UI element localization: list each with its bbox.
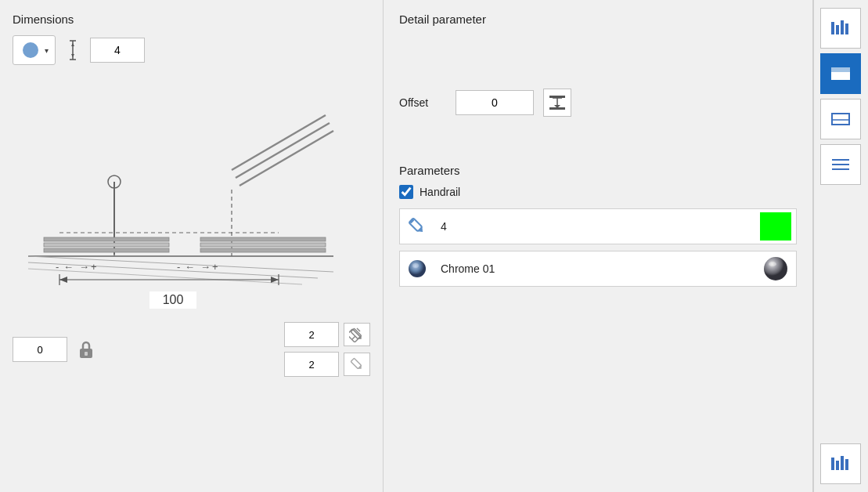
- param1-color-swatch: [760, 212, 791, 241]
- param1-value: 4: [436, 219, 754, 234]
- lock-icon: [74, 337, 99, 362]
- handrail-row: Handrail: [399, 185, 797, 199]
- svg-rect-74: [845, 459, 848, 470]
- svg-marker-54: [418, 227, 425, 234]
- svg-rect-25: [200, 248, 326, 252]
- pencil-param-icon: [406, 215, 428, 237]
- params-section: Parameters Handrail 4: [399, 164, 797, 287]
- diagram-area: 100 - ← → + -: [13, 76, 349, 311]
- svg-rect-62: [841, 20, 844, 34]
- svg-rect-27: [200, 237, 326, 241]
- handrail-label: Handrail: [420, 186, 460, 198]
- offset-row: Offset: [399, 89, 797, 117]
- main-container: Dimensions ▾: [0, 0, 868, 492]
- svg-rect-71: [831, 458, 834, 470]
- svg-text:+: +: [91, 261, 97, 273]
- svg-rect-66: [832, 114, 849, 125]
- fill-rect-icon: [828, 61, 853, 86]
- bars-top-icon: [828, 16, 853, 41]
- shape-selector[interactable]: ▾: [13, 35, 56, 65]
- toolbar-btn-bars-top[interactable]: [820, 8, 861, 49]
- edit-row-top: [284, 322, 370, 347]
- offset-value-input[interactable]: [456, 90, 534, 115]
- edit-row-bottom: [284, 352, 370, 377]
- toolbar-btn-bars-bottom[interactable]: [820, 443, 861, 484]
- svg-rect-63: [845, 24, 848, 34]
- svg-text:+: +: [212, 261, 218, 273]
- dimensions-title: Dimensions: [13, 13, 370, 26]
- toolbar-row: ▾: [13, 35, 370, 65]
- detail-title: Detail parameter: [399, 13, 797, 26]
- middle-panel: Detail parameter Offset Parameters: [384, 0, 813, 492]
- svg-marker-5: [71, 54, 74, 57]
- toolbar-btn-box[interactable]: [820, 99, 861, 139]
- svg-rect-40: [85, 352, 88, 356]
- svg-line-29: [236, 123, 330, 178]
- svg-rect-72: [836, 461, 839, 470]
- circle-shape-icon: [20, 39, 41, 61]
- detail-section: Detail parameter Offset: [399, 13, 797, 117]
- left-panel: Dimensions ▾: [0, 0, 384, 492]
- svg-marker-16: [59, 277, 67, 283]
- svg-point-56: [409, 260, 426, 277]
- svg-line-7: [28, 256, 333, 272]
- param2-icon: [405, 256, 430, 281]
- bottom-inputs: [13, 322, 370, 377]
- svg-point-59: [769, 262, 776, 266]
- right-bottom-input[interactable]: [284, 352, 339, 377]
- toolbar-btn-lines[interactable]: [820, 144, 861, 185]
- bars-bottom-icon: [828, 451, 853, 476]
- svg-text:→: →: [200, 261, 211, 273]
- offset-label: Offset: [399, 96, 446, 109]
- svg-text:→: →: [79, 261, 89, 273]
- right-top-input[interactable]: [284, 322, 339, 347]
- svg-point-0: [23, 42, 38, 58]
- svg-rect-23: [44, 243, 169, 247]
- svg-text:-: -: [177, 261, 180, 273]
- svg-text:100: 100: [163, 293, 184, 306]
- box-outline-icon: [828, 107, 853, 132]
- param-row-1[interactable]: 4: [399, 208, 797, 244]
- diagram-svg: 100 - ← → + -: [13, 76, 349, 311]
- svg-text:-: -: [56, 261, 59, 273]
- chevron-down-icon: ▾: [45, 46, 49, 55]
- sphere-param-icon: [406, 258, 428, 280]
- svg-rect-24: [44, 237, 169, 241]
- pencil-top-icon: [349, 327, 365, 342]
- dimension-icon-wrap: [62, 38, 84, 63]
- params-title: Parameters: [399, 164, 797, 177]
- toolbar-btn-fill[interactable]: [820, 53, 861, 94]
- dimension-value-input[interactable]: [90, 38, 145, 63]
- svg-rect-65: [831, 67, 850, 72]
- svg-rect-22: [44, 248, 169, 252]
- param2-value: Chrome 01: [436, 261, 754, 277]
- chrome-sphere-icon: [762, 255, 790, 283]
- handrail-checkbox[interactable]: [399, 185, 413, 199]
- svg-rect-60: [831, 22, 834, 34]
- dimension-height-icon: [62, 38, 84, 63]
- svg-rect-61: [836, 25, 839, 34]
- param2-material-thumb: [760, 255, 791, 283]
- edit-button-bottom[interactable]: [344, 353, 370, 376]
- lines-icon: [828, 152, 853, 177]
- param-row-2[interactable]: Chrome 01: [399, 251, 797, 287]
- svg-rect-26: [200, 243, 326, 247]
- svg-point-57: [412, 263, 419, 268]
- svg-rect-73: [841, 456, 844, 470]
- svg-rect-64: [831, 72, 850, 80]
- svg-text:←: ←: [185, 261, 195, 273]
- right-toolbar: [813, 0, 868, 492]
- edit-button-top[interactable]: [344, 323, 370, 346]
- svg-marker-17: [271, 277, 279, 283]
- svg-marker-4: [71, 43, 74, 46]
- pencil-bottom-icon: [349, 356, 365, 372]
- svg-text:←: ←: [63, 261, 74, 273]
- left-offset-input[interactable]: [13, 337, 67, 362]
- param1-icon: [405, 214, 430, 239]
- offset-icon-button[interactable]: [543, 89, 571, 117]
- right-side-inputs: [284, 322, 370, 377]
- offset-symbol-icon: [546, 92, 568, 114]
- svg-point-58: [764, 257, 787, 280]
